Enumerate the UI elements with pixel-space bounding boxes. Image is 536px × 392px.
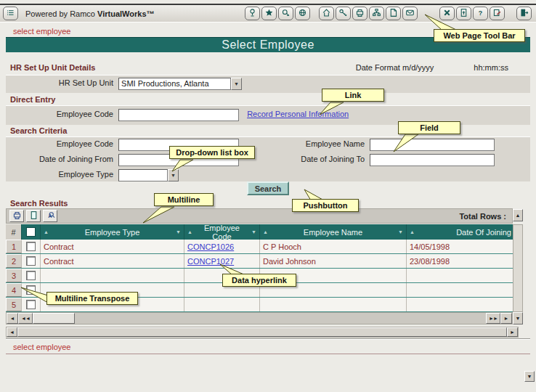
page-scroll-down-button[interactable]: ▼ — [524, 371, 535, 382]
employee-type-select[interactable] — [118, 169, 168, 181]
sitemap-icon — [372, 8, 381, 19]
grid-scroll-down-button[interactable]: ▼ — [513, 312, 523, 324]
date-joining-to-input[interactable] — [370, 154, 495, 166]
row-checkbox[interactable] — [26, 300, 36, 309]
row-number-header: # — [6, 224, 22, 240]
sort-desc-icon[interactable]: ▼ — [176, 229, 181, 234]
scrollbar-thumb[interactable] — [17, 327, 507, 337]
user-options-button[interactable] — [278, 7, 293, 20]
scroll-left-icon[interactable]: ◄ — [7, 327, 17, 337]
web-page-toolbar: Powered by Ramco VirtualWorks™ — [0, 4, 536, 23]
mail-button[interactable] — [402, 7, 418, 20]
row-checkbox[interactable] — [26, 271, 36, 280]
grid-horizontal-scrollbar: ◄ ◄◄ ►► ► — [6, 312, 513, 324]
close-button[interactable] — [439, 7, 455, 20]
upload-document-icon — [459, 8, 468, 19]
scroll-last-icon[interactable]: ►► — [486, 313, 500, 324]
cell-employee-code — [184, 298, 260, 311]
callout-drop-down-list-box: Drop-down list box — [169, 146, 255, 159]
scroll-right-icon[interactable]: ► — [500, 313, 512, 324]
profile-button[interactable] — [245, 7, 260, 20]
employee-type-dropdown-arrow-icon[interactable]: ▼ — [168, 169, 179, 181]
notes-button[interactable] — [490, 7, 505, 20]
printer-button[interactable] — [352, 7, 368, 20]
direct-entry-title: Direct Entry — [10, 95, 55, 104]
row-number[interactable]: 1 — [6, 240, 22, 253]
globe-icon — [298, 8, 307, 19]
search-results-title: Search Results — [10, 199, 68, 208]
printer-icon — [355, 8, 365, 19]
row-number[interactable]: 5 — [6, 298, 22, 311]
record-personal-information-link[interactable]: Record Personal Information — [247, 110, 349, 118]
column-header-employee-name[interactable]: ▲Employee Name▼ — [260, 224, 407, 240]
hr-unit-select[interactable]: SMI Productions, Atlanta — [118, 78, 231, 90]
total-rows-label: Total Rows : — [459, 212, 506, 221]
callout-multiline: Multiline — [154, 193, 214, 206]
column-header-employee-type[interactable]: ▲Employee Type▼ — [41, 224, 184, 240]
cell-employee-code: CONCP1026 — [184, 240, 260, 253]
exit-button[interactable] — [516, 7, 532, 20]
find-button[interactable]: A — [43, 210, 57, 222]
favorites-button[interactable] — [261, 7, 277, 20]
employee-code-data-link[interactable]: CONCP1026 — [187, 242, 234, 251]
hr-unit-dropdown-arrow-icon[interactable]: ▼ — [231, 78, 242, 90]
scroll-right-icon[interactable]: ► — [507, 327, 518, 337]
search-criteria-title: Search Criteria — [10, 126, 67, 135]
hr-setup-panel: HR Set Up Unit SMI Productions, Atlanta▼ — [6, 75, 530, 93]
row-number[interactable]: 3 — [6, 269, 22, 282]
brand-name: VirtualWorks™ — [97, 9, 154, 18]
menu-button[interactable] — [3, 7, 18, 20]
help-button[interactable]: ? — [473, 7, 488, 20]
select-employee-page: Powered by Ramco VirtualWorks™ — [0, 0, 536, 392]
grid-scroll-up-button[interactable]: ▲ — [513, 209, 523, 221]
employee-code-input[interactable] — [118, 109, 239, 121]
grid-vertical-scrollbar[interactable] — [513, 224, 523, 312]
sort-desc-icon[interactable]: ▼ — [398, 229, 403, 234]
scroll-left-icon[interactable]: ◄ — [7, 313, 18, 324]
sort-asc-icon[interactable]: ▲ — [263, 229, 268, 234]
cell-employee-name: David Johnson — [260, 254, 407, 268]
cell-date-of-joining — [407, 283, 513, 297]
key-button[interactable] — [336, 7, 351, 20]
home-button[interactable] — [319, 7, 334, 20]
row-number[interactable]: 4 — [6, 283, 22, 297]
column-header-employee-code[interactable]: ▲Employee Code▼ — [184, 224, 260, 240]
row-checkbox[interactable] — [26, 256, 36, 266]
print-results-button[interactable] — [9, 210, 24, 222]
sort-asc-icon[interactable]: ▲ — [187, 229, 192, 234]
sort-asc-icon[interactable]: ▲ — [44, 229, 49, 234]
help-icon: ? — [476, 8, 485, 19]
search-button[interactable]: Search — [247, 181, 289, 195]
document-button[interactable] — [386, 7, 401, 20]
row-number[interactable]: 2 — [6, 254, 22, 268]
hr-setup-title: HR Set Up Unit Details — [6, 63, 95, 72]
table-row: 2 Contract CONCP1027 David Johnson 23/08… — [6, 254, 513, 269]
sort-desc-icon[interactable]: ▼ — [251, 229, 256, 234]
callout-web-page-tool-bar: Web Page Tool Bar — [434, 29, 525, 42]
page-horizontal-scrollbar: ◄ ► — [6, 327, 519, 338]
sc-employee-code-label: Employee Code — [6, 139, 113, 148]
scrollbar-track[interactable] — [75, 313, 486, 324]
callout-data-hyperlink: Data hyperlink — [222, 274, 296, 287]
breadcrumb: select employee — [13, 27, 71, 36]
cell-employee-code: CONCP1027 — [184, 254, 260, 268]
employee-code-data-link[interactable]: CONCP1027 — [187, 257, 234, 266]
table-row: 1 Contract CONCP1026 C P Hooch 14/05/199… — [6, 240, 513, 254]
sort-asc-icon[interactable]: ▲ — [410, 229, 415, 234]
sitemap-button[interactable] — [369, 7, 384, 20]
select-all-checkbox[interactable] — [26, 227, 36, 237]
row-select-cell — [22, 298, 41, 311]
clear-page-button[interactable] — [26, 210, 41, 222]
column-header-date-of-joining[interactable]: ▲Date Of Joining — [407, 224, 513, 240]
cell-date-of-joining: 23/08/1998 — [407, 254, 513, 268]
upload-document-button[interactable] — [456, 7, 471, 20]
row-checkbox[interactable] — [26, 285, 36, 295]
scrollbar-thumb[interactable] — [33, 313, 75, 324]
employee-name-input[interactable] — [370, 139, 495, 151]
scroll-first-icon[interactable]: ◄◄ — [18, 313, 33, 324]
select-all-header[interactable] — [22, 224, 41, 240]
toolbar-group-navigation — [319, 7, 419, 20]
globe-button[interactable] — [295, 7, 310, 20]
callout-link: Link — [322, 89, 384, 102]
row-checkbox[interactable] — [26, 242, 36, 251]
